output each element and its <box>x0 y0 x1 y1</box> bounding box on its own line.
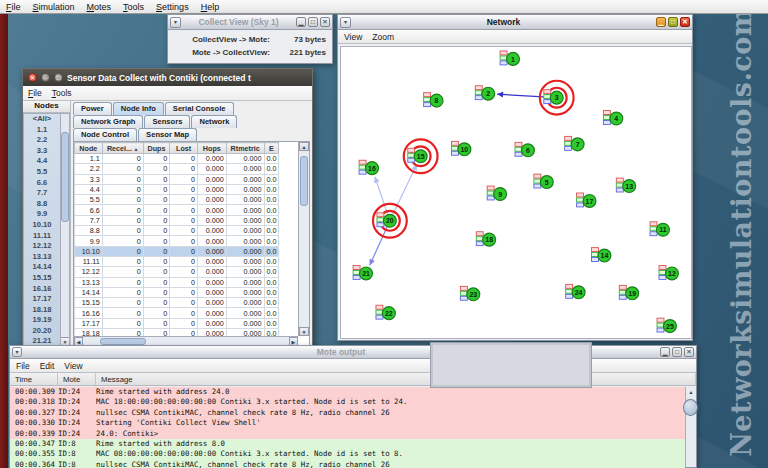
node-list-item[interactable]: 10.10 <box>24 220 60 231</box>
log-row[interactable]: 00:00.327ID:24nullsec CSMA ContikiMAC, c… <box>10 408 685 418</box>
log-row[interactable]: 00:00.364ID:8nullsec CSMA ContikiMAC, ch… <box>10 460 685 468</box>
network-titlebar[interactable]: ▾ Network ▁ □ ✕ <box>338 15 692 30</box>
network-node[interactable]: 7 <box>565 136 584 150</box>
window-menu-icon[interactable]: ▾ <box>12 347 22 357</box>
node-list-item[interactable]: 12.12 <box>24 241 60 252</box>
tab-power[interactable]: Power <box>73 102 112 115</box>
table-row[interactable]: 6.60000.0000.0000.0 <box>75 205 279 215</box>
node-list-item[interactable]: <All> <box>24 114 60 125</box>
scroll-up-icon[interactable]: ▲ <box>686 388 696 397</box>
node-list-item[interactable]: 14.14 <box>24 262 60 273</box>
menu-simulation[interactable]: Simulation <box>33 2 75 12</box>
network-node[interactable]: 9 <box>487 186 506 200</box>
close-button[interactable]: ✕ <box>320 17 330 27</box>
maximize-button[interactable]: □ <box>672 347 682 357</box>
table-row[interactable]: 15.150000.0000.0000.0 <box>75 298 279 308</box>
scrollbar-thumb[interactable] <box>300 156 308 206</box>
network-node[interactable]: 14 <box>591 248 610 262</box>
node-list-item[interactable]: 2.2 <box>24 135 60 146</box>
log-vertical-scrollbar[interactable]: ▲ <box>685 387 696 467</box>
node-list-item[interactable]: 7.7 <box>24 188 60 199</box>
node-list-item[interactable]: 20.20 <box>24 326 60 337</box>
network-node[interactable]: 17 <box>577 193 596 207</box>
menu-motes[interactable]: Motes <box>87 2 112 12</box>
table-row[interactable]: 2.20000.0000.0000.0 <box>75 164 279 174</box>
tab-network[interactable]: Network <box>191 115 237 128</box>
table-row[interactable]: 9.90000.0000.0000.0 <box>75 236 279 246</box>
node-list-item[interactable]: 16.16 <box>24 284 60 295</box>
scroll-up-icon[interactable]: ▲ <box>299 142 309 151</box>
table-row[interactable]: 13.130000.0000.0000.0 <box>75 277 279 287</box>
nodes-list-scrollbar[interactable]: ▼ <box>60 114 69 346</box>
mote-output-titlebar[interactable]: ▾ Mote output ▁ □ ✕ <box>10 346 696 359</box>
menu-edit[interactable]: Edit <box>40 361 55 371</box>
node-list-item[interactable]: 6.6 <box>24 178 60 189</box>
table-row[interactable]: 17.170000.0000.0000.0 <box>75 318 279 328</box>
network-node[interactable]: 23 <box>460 286 479 300</box>
network-node[interactable]: 19 <box>619 285 638 299</box>
network-node[interactable]: 24 <box>566 284 585 298</box>
table-row[interactable]: 11.110000.0000.0000.0 <box>75 256 279 266</box>
network-node[interactable]: 12 <box>659 265 678 279</box>
node-list-item[interactable]: 5.5 <box>24 167 60 178</box>
menu-tools[interactable]: Tools <box>123 2 144 12</box>
tab-serial-console[interactable]: Serial Console <box>165 102 234 115</box>
tab-node-info[interactable]: Node Info <box>113 102 164 115</box>
log-row[interactable]: 00:00.347ID:8Rime started with address 8… <box>10 439 685 449</box>
network-node[interactable]: 3 <box>544 90 563 104</box>
network-node[interactable]: 20 <box>377 213 396 227</box>
network-node[interactable]: 5 <box>534 174 553 188</box>
table-row[interactable]: 14.140000.0000.0000.0 <box>75 287 279 297</box>
log-column-time[interactable]: Time <box>10 373 58 385</box>
window-menu-icon[interactable]: ▾ <box>340 17 351 28</box>
log-row[interactable]: 00:00.318ID:24MAC 18:00:00:00:00:00:00:0… <box>10 397 685 407</box>
minimize-button[interactable]: ▁ <box>660 347 670 357</box>
table-row[interactable]: 7.70000.0000.0000.0 <box>75 215 279 225</box>
log-column-message[interactable]: Message <box>96 373 696 385</box>
table-row[interactable]: 3.30000.0000.0000.0 <box>75 174 279 184</box>
tab-sensors[interactable]: Sensors <box>144 115 190 128</box>
table-vertical-scrollbar[interactable]: ▲ ▼ <box>298 142 309 336</box>
menu-help[interactable]: Help <box>201 2 220 12</box>
node-list-item[interactable]: 13.13 <box>24 252 60 263</box>
column-header-lost[interactable]: Lost <box>170 143 198 154</box>
network-node[interactable]: 21 <box>353 265 372 279</box>
minimize-icon[interactable]: – <box>41 73 50 82</box>
log-row[interactable]: 00:00.309ID:24Rime started with address … <box>10 387 685 397</box>
log-column-mote[interactable]: Mote <box>58 373 96 385</box>
node-list-item[interactable]: 11.11 <box>24 231 60 242</box>
table-row[interactable]: 4.40000.0000.0000.0 <box>75 184 279 194</box>
maximize-button[interactable]: □ <box>668 17 678 27</box>
column-header-node[interactable]: Node <box>75 143 103 154</box>
network-node[interactable]: 13 <box>616 178 635 192</box>
scrollbar-thumb[interactable] <box>683 399 698 416</box>
network-node[interactable]: 22 <box>376 305 395 319</box>
network-node[interactable]: 4 <box>603 111 622 125</box>
menu-settings[interactable]: Settings <box>156 2 189 12</box>
node-list-item[interactable]: 15.15 <box>24 273 60 284</box>
column-header-dups[interactable]: Dups <box>143 143 170 154</box>
table-row[interactable]: 10.100000.0000.0000.0 <box>75 246 279 256</box>
menu-file[interactable]: File <box>6 2 21 12</box>
node-list-item[interactable]: 4.4 <box>24 156 60 167</box>
maximize-icon[interactable]: □ <box>54 73 63 82</box>
minimize-button[interactable]: ▁ <box>296 17 306 27</box>
minimize-button[interactable]: ▁ <box>656 17 666 27</box>
network-node[interactable]: 6 <box>515 142 534 156</box>
menu-view[interactable]: View <box>344 32 362 42</box>
column-header-rtmetric[interactable]: Rtmetric <box>226 143 264 154</box>
node-list-item[interactable]: 3.3 <box>24 146 60 157</box>
network-node[interactable]: 15 <box>408 148 427 162</box>
network-node[interactable]: 25 <box>657 318 676 332</box>
tab-sensor-map[interactable]: Sensor Map <box>138 128 197 141</box>
network-canvas[interactable]: 1238471061516513917201118141221241923222… <box>340 46 692 339</box>
log-row[interactable]: 00:00.355ID:8MAC 08:00:00:00:00:00:00:00… <box>10 449 685 459</box>
network-node[interactable]: 16 <box>359 160 378 174</box>
table-row[interactable]: 1.10000.0000.0000.0 <box>75 154 279 164</box>
maximize-button[interactable]: □ <box>308 17 318 27</box>
scroll-down-icon[interactable]: ▼ <box>299 327 309 336</box>
window-menu-icon[interactable]: ▾ <box>170 17 181 28</box>
table-row[interactable]: 12.120000.0000.0000.0 <box>75 267 279 277</box>
collect-view-titlebar[interactable]: ▾ Collect View (Sky 1) ▁ □ ✕ <box>168 15 332 30</box>
log-row[interactable]: 00:00.339ID:2424.0: Contiki> <box>10 429 685 439</box>
